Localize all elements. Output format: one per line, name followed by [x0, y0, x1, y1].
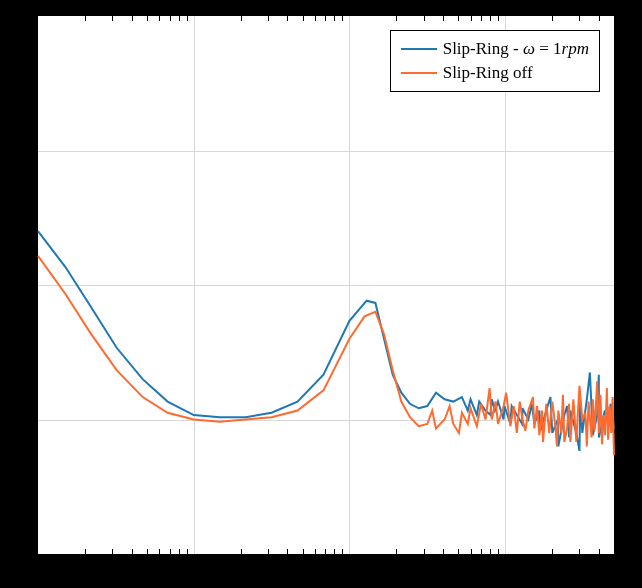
minor-tick [132, 16, 133, 21]
minor-tick [471, 16, 472, 21]
legend-label-1: Slip-Ring off [443, 61, 533, 85]
legend: Slip-Ring - ω = 1rpm Slip-Ring off [390, 30, 600, 92]
minor-tick [599, 549, 600, 554]
minor-tick [443, 549, 444, 554]
minor-tick [85, 549, 86, 554]
minor-tick [325, 549, 326, 554]
minor-tick [170, 16, 171, 21]
plot-area: Slip-Ring - ω = 1rpm Slip-Ring off [36, 14, 616, 556]
minor-tick [396, 16, 397, 21]
minor-tick [112, 16, 113, 21]
minor-tick [498, 16, 499, 21]
minor-tick [85, 16, 86, 21]
series-svg [38, 16, 614, 554]
minor-tick [179, 16, 180, 21]
minor-tick [325, 16, 326, 21]
minor-tick [552, 549, 553, 554]
minor-tick [490, 549, 491, 554]
minor-tick [287, 549, 288, 554]
minor-tick [268, 16, 269, 21]
legend-row: Slip-Ring - ω = 1rpm [401, 37, 589, 61]
minor-tick [179, 549, 180, 554]
minor-tick [481, 16, 482, 21]
minor-tick [170, 549, 171, 554]
minor-tick [458, 16, 459, 21]
minor-tick [187, 16, 188, 21]
minor-tick [579, 16, 580, 21]
minor-tick [334, 549, 335, 554]
legend-swatch-orange [401, 72, 437, 74]
minor-tick [579, 549, 580, 554]
minor-tick [112, 549, 113, 554]
minor-tick [303, 549, 304, 554]
minor-tick [147, 16, 148, 21]
minor-tick [458, 549, 459, 554]
minor-tick [159, 16, 160, 21]
minor-tick [396, 549, 397, 554]
minor-tick [424, 549, 425, 554]
minor-tick [481, 549, 482, 554]
minor-tick [490, 16, 491, 21]
minor-tick [315, 16, 316, 21]
minor-tick [241, 549, 242, 554]
minor-tick [552, 16, 553, 21]
minor-tick [498, 549, 499, 554]
minor-tick [268, 549, 269, 554]
minor-tick [424, 16, 425, 21]
minor-tick [132, 549, 133, 554]
minor-tick [287, 16, 288, 21]
minor-tick [471, 549, 472, 554]
legend-row: Slip-Ring off [401, 61, 589, 85]
legend-label-0: Slip-Ring - ω = 1rpm [443, 37, 589, 61]
minor-tick [147, 549, 148, 554]
legend-swatch-blue [401, 48, 437, 50]
minor-tick [187, 549, 188, 554]
minor-tick [443, 16, 444, 21]
chart-container: Slip-Ring - ω = 1rpm Slip-Ring off [0, 0, 642, 588]
minor-tick [334, 16, 335, 21]
minor-tick [159, 549, 160, 554]
minor-tick [241, 16, 242, 21]
minor-tick [342, 549, 343, 554]
minor-tick [342, 16, 343, 21]
minor-tick [599, 16, 600, 21]
minor-tick [303, 16, 304, 21]
minor-tick [315, 549, 316, 554]
